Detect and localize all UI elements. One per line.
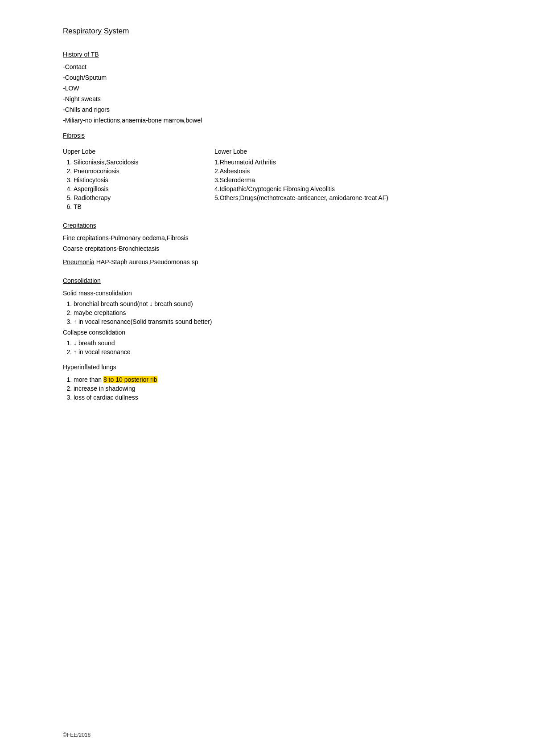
pneumonia-text: HAP-Staph aureus,Pseudomonas sp bbox=[95, 258, 198, 266]
tb-item-4: -Night sweats bbox=[63, 95, 446, 102]
consolidation-section: Consolidation Solid mass-consolidation b… bbox=[63, 275, 446, 356]
fibrosis-columns: Upper Lobe Siliconiasis,Sarcoidosis Pneu… bbox=[63, 148, 446, 214]
collapse-label: Collapse consolidation bbox=[63, 329, 446, 336]
tb-item-2: -Cough/Sputum bbox=[63, 74, 446, 81]
lower-lobe-item-3: 3.Scleroderma bbox=[214, 176, 446, 184]
lower-lobe-col: Lower Lobe 1.Rheumatoid Arthritis 2.Asbe… bbox=[214, 148, 446, 214]
lower-lobe-item-5: 5.Others;Drugs(methotrexate-anticancer, … bbox=[214, 194, 446, 201]
crep-item-1: Fine crepitations-Pulmonary oedema,Fibro… bbox=[63, 234, 446, 241]
consolidation-heading: Consolidation bbox=[63, 277, 101, 284]
collapse-item-2: ↑ in vocal resonance bbox=[74, 348, 446, 356]
hyperinflated-heading: Hyperinflated lungs bbox=[63, 364, 116, 371]
tb-item-1: -Contact bbox=[63, 63, 446, 70]
solid-item-1: bronchial breath sound(not ↓ breath soun… bbox=[74, 300, 446, 307]
upper-lobe-item-3: Histiocytosis bbox=[74, 176, 188, 184]
solid-mass-label: Solid mass-consolidation bbox=[63, 290, 446, 297]
lower-lobe-header: Lower Lobe bbox=[214, 148, 446, 155]
tb-item-3: -LOW bbox=[63, 85, 446, 92]
footer: ©FEE/2018 bbox=[63, 732, 91, 738]
pneumonia-label: Pneumonia bbox=[63, 258, 95, 266]
solid-item-2: maybe crepitations bbox=[74, 309, 446, 316]
lower-lobe-item-1: 1.Rheumatoid Arthritis bbox=[214, 159, 446, 166]
hyper-item-2: increase in shadowing bbox=[74, 385, 446, 392]
collapse-item-1: ↓ breath sound bbox=[74, 339, 446, 347]
lower-lobe-item-2: 2.Asbestosis bbox=[214, 168, 446, 175]
page-title: Respiratory System bbox=[63, 27, 129, 36]
main-title-block: Respiratory System bbox=[63, 27, 446, 43]
hyperinflated-section: Hyperinflated lungs more than 8 to 10 po… bbox=[63, 362, 446, 401]
fibrosis-heading: Fibrosis bbox=[63, 132, 85, 139]
hyper-item-1-highlight: 8 to 10 posterior rib bbox=[103, 376, 157, 383]
solid-item-3: ↑ in vocal resonance(Solid transmits sou… bbox=[74, 318, 446, 325]
tb-item-5: -Chills and rigors bbox=[63, 106, 446, 113]
hyper-item-1-before: more than bbox=[74, 376, 103, 383]
footer-text: ©FEE/2018 bbox=[63, 732, 91, 738]
history-tb-heading: History of TB bbox=[63, 51, 99, 58]
pneumonia-section: Pneumonia HAP-Staph aureus,Pseudomonas s… bbox=[63, 258, 446, 269]
tb-item-6: -Miliary-no infections,anaemia-bone marr… bbox=[63, 117, 446, 124]
crepitations-heading: Crepitations bbox=[63, 222, 96, 229]
collapse-list: ↓ breath sound ↑ in vocal resonance bbox=[74, 339, 446, 356]
solid-mass-list: bronchial breath sound(not ↓ breath soun… bbox=[74, 300, 446, 325]
crepitations-section: Crepitations Fine crepitations-Pulmonary… bbox=[63, 220, 446, 252]
lower-lobe-item-4: 4.Idiopathic/Cryptogenic Fibrosing Alveo… bbox=[214, 185, 446, 192]
upper-lobe-col: Upper Lobe Siliconiasis,Sarcoidosis Pneu… bbox=[63, 148, 188, 214]
fibrosis-section: Fibrosis Upper Lobe Siliconiasis,Sarcoid… bbox=[63, 130, 446, 214]
upper-lobe-header: Upper Lobe bbox=[63, 148, 188, 155]
pneumonia-line: Pneumonia HAP-Staph aureus,Pseudomonas s… bbox=[63, 258, 446, 269]
hyper-item-1: more than 8 to 10 posterior rib bbox=[74, 376, 446, 383]
upper-lobe-item-6: TB bbox=[74, 203, 188, 210]
history-tb-section: History of TB -Contact -Cough/Sputum -LO… bbox=[63, 49, 446, 124]
lower-lobe-list: 1.Rheumatoid Arthritis 2.Asbestosis 3.Sc… bbox=[214, 159, 446, 201]
hyper-item-3: loss of cardiac dullness bbox=[74, 394, 446, 401]
upper-lobe-item-2: Pneumoconiosis bbox=[74, 168, 188, 175]
upper-lobe-item-4: Aspergillosis bbox=[74, 185, 188, 192]
hyperinflated-list: more than 8 to 10 posterior rib increase… bbox=[74, 376, 446, 401]
upper-lobe-list: Siliconiasis,Sarcoidosis Pneumoconiosis … bbox=[74, 159, 188, 210]
page-content: Respiratory System History of TB -Contac… bbox=[63, 27, 446, 401]
upper-lobe-item-5: Radiotherapy bbox=[74, 194, 188, 201]
upper-lobe-item-1: Siliconiasis,Sarcoidosis bbox=[74, 159, 188, 166]
crep-item-2: Coarse crepitations-Bronchiectasis bbox=[63, 245, 446, 252]
